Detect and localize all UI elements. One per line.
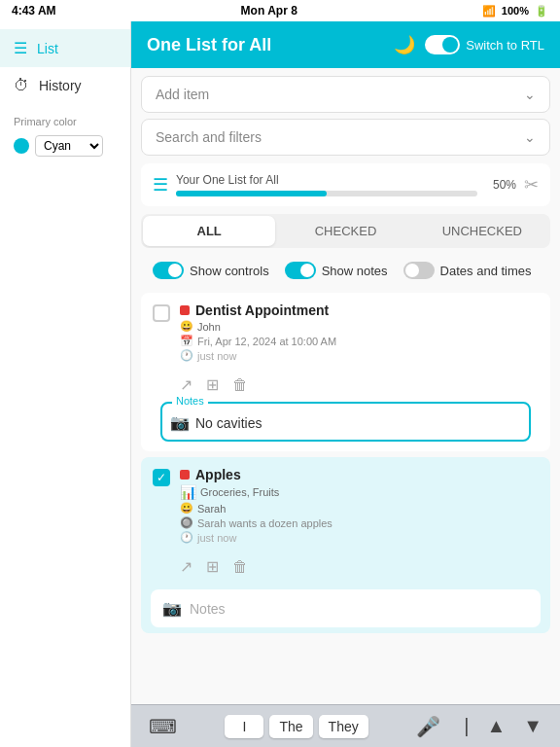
color-section-label: Primary color (0, 104, 130, 131)
dentist-time: 🕐 just now (180, 349, 539, 362)
share-icon-apples[interactable]: ↗ (180, 557, 192, 576)
controls-row: Show controls Show notes Dates and times (141, 252, 550, 289)
header-right: 🌙 Switch to RTL (394, 34, 544, 55)
progress-percent: 50% (485, 178, 516, 192)
dates-times-toggle: Dates and times (403, 262, 532, 279)
notes-icon-apples: 🔘 (180, 516, 193, 529)
app-header: One List for All 🌙 Switch to RTL (131, 21, 560, 68)
color-dot (14, 138, 29, 154)
apples-checkbox[interactable]: ✓ (153, 469, 170, 486)
dentist-color-tag (180, 305, 190, 315)
apples-title: Apples (180, 467, 539, 482)
list-progress-icon: ☰ (153, 174, 168, 196)
separator-icon: | (456, 715, 476, 737)
progress-bar-fill (176, 191, 327, 196)
dates-times-switch[interactable] (403, 262, 435, 279)
apples-time: 🕐 just now (180, 531, 539, 544)
dentist-notes-box: Notes 📷 (160, 402, 531, 442)
clock-icon-apples: 🕐 (180, 531, 193, 544)
dentist-notes-label: Notes (172, 395, 208, 407)
status-time: 4:43 AM (12, 4, 56, 18)
status-date: Mon Apr 8 (241, 4, 298, 18)
add-item-chevron: ⌄ (524, 87, 536, 102)
list-icon: ☰ (14, 39, 27, 57)
chevron-up-btn[interactable]: ▲ (478, 715, 513, 737)
dentist-notes-input[interactable] (195, 415, 521, 431)
show-controls-label: Show controls (190, 264, 269, 278)
dentist-meta: 📅 Fri, Apr 12, 2024 at 10:00 AM (180, 335, 539, 347)
chevron-down-btn[interactable]: ▼ (515, 715, 550, 737)
battery-icon: 🔋 (535, 5, 548, 18)
color-picker-row: Cyan Blue Green Red Purple (0, 131, 130, 164)
word-suggestion-i[interactable]: I (225, 715, 263, 738)
dentist-title: Dentist Appointment (180, 302, 539, 318)
add-item-bar[interactable]: Add item ⌄ (141, 76, 550, 113)
tab-checked[interactable]: CHECKED (279, 216, 411, 246)
copy-icon-apples[interactable]: ⊞ (206, 557, 219, 576)
progress-area: ☰ Your One List for All 50% ✂ (141, 163, 550, 206)
tab-bar: ALL CHECKED UNCHECKED (141, 214, 550, 248)
dates-times-label: Dates and times (440, 264, 532, 278)
apples-row: ✓ Apples 📊 Groceries, Fruits (141, 457, 550, 553)
person-icon-apples: 😀 (180, 502, 193, 515)
show-controls-toggle: Show controls (153, 262, 269, 279)
kb-nav-right: | ▲ ▼ (456, 715, 550, 737)
apples-actions: ↗ ⊞ 🗑 (141, 553, 550, 584)
dentist-notes-container: Notes 📷 (151, 402, 541, 442)
apples-notes-bottom: 📷 Notes (151, 589, 541, 627)
delete-icon-dentist[interactable]: 🗑 (232, 376, 248, 394)
dentist-info: Dentist Appointment 😀 John 📅 Fri, Apr 12… (180, 302, 539, 362)
delete-icon-apples[interactable]: 🗑 (232, 558, 248, 576)
apples-assignee: 😀 Sarah (180, 502, 539, 515)
sidebar-item-list[interactable]: ☰ List (0, 29, 130, 67)
search-chevron: ⌄ (524, 129, 536, 145)
camera-icon-apples: 📷 (162, 599, 182, 618)
status-bar: 4:43 AM Mon Apr 8 📶 100% 🔋 (0, 0, 560, 21)
moon-icon[interactable]: 🌙 (394, 34, 415, 55)
word-suggestion-they[interactable]: They (319, 715, 368, 738)
app-title: One List for All (147, 35, 271, 55)
mic-btn[interactable]: 🎤 (408, 715, 448, 738)
apples-tag: 📊 Groceries, Fruits (180, 484, 539, 500)
keyboard-toggle-btn[interactable]: ⌨ (141, 715, 185, 738)
show-controls-switch[interactable] (153, 262, 184, 279)
dentist-tag: 😀 John (180, 320, 539, 333)
content-scroll: Add item ⌄ Search and filters ⌄ ☰ Your O… (131, 68, 560, 704)
wifi-icon: 📶 (482, 5, 496, 18)
progress-bar-wrap (176, 191, 477, 196)
apples-color-tag (180, 470, 190, 480)
dentist-row: Dentist Appointment 😀 John 📅 Fri, Apr 12… (141, 293, 550, 372)
copy-icon-dentist[interactable]: ⊞ (206, 375, 219, 394)
clock-icon-dentist: 🕐 (180, 349, 193, 362)
bar-chart-icon: 📊 (180, 484, 196, 500)
sidebar-list-label: List (37, 41, 58, 56)
show-notes-toggle: Show notes (285, 262, 388, 279)
tab-all[interactable]: ALL (143, 216, 275, 246)
show-notes-switch[interactable] (285, 262, 316, 279)
camera-icon-dentist: 📷 (170, 413, 190, 432)
status-right: 📶 100% 🔋 (482, 5, 548, 18)
person-icon: 😀 (180, 320, 193, 333)
sidebar-item-history[interactable]: ⏱ History (0, 67, 130, 104)
rtl-label: Switch to RTL (466, 38, 544, 53)
main-content: Add item ⌄ Search and filters ⌄ ☰ Your O… (131, 68, 560, 747)
share-icon-dentist[interactable]: ↗ (180, 375, 192, 394)
list-section: Dentist Appointment 😀 John 📅 Fri, Apr 12… (141, 293, 550, 633)
progress-info: Your One List for All (176, 173, 477, 196)
battery-pct: 100% (502, 5, 529, 17)
color-select[interactable]: Cyan Blue Green Red Purple (35, 135, 103, 157)
add-item-label: Add item (156, 87, 209, 102)
sidebar-history-label: History (39, 78, 82, 93)
dentist-notes-row: 📷 (170, 408, 521, 432)
apples-info: Apples 📊 Groceries, Fruits 😀 Sarah (180, 467, 539, 544)
app-container: ☰ List ⏱ History Primary color Cyan Blue… (0, 21, 560, 747)
list-item-dentist: Dentist Appointment 😀 John 📅 Fri, Apr 12… (141, 293, 550, 451)
tab-unchecked[interactable]: UNCHECKED (416, 216, 548, 246)
dentist-checkbox[interactable] (153, 304, 170, 322)
search-bar[interactable]: Search and filters ⌄ (141, 119, 550, 156)
scissors-icon: ✂ (524, 174, 539, 196)
rtl-toggle[interactable] (425, 35, 460, 54)
show-notes-label: Show notes (322, 264, 388, 278)
apples-meta: 🔘 Sarah wants a dozen apples (180, 516, 539, 529)
word-suggestion-the[interactable]: The (269, 715, 312, 738)
